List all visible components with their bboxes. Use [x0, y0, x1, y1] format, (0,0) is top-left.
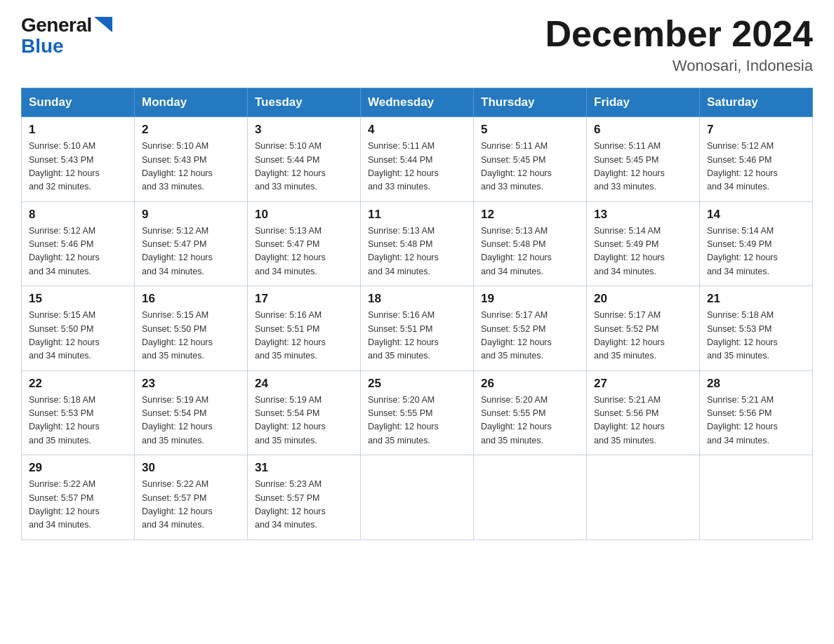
- daylight-minutes: and 34 minutes.: [707, 267, 769, 276]
- daylight-minutes: and 33 minutes.: [142, 182, 204, 192]
- day-info: Sunrise: 5:17 AM Sunset: 5:52 PM Dayligh…: [594, 309, 692, 363]
- calendar-cell: [474, 455, 587, 540]
- sunset-label: Sunset: 5:52 PM: [594, 324, 658, 334]
- sunrise-label: Sunrise: 5:20 AM: [368, 395, 435, 405]
- sunset-label: Sunset: 5:57 PM: [29, 493, 93, 503]
- day-number: 24: [255, 377, 353, 391]
- daylight-label: Daylight: 12 hours: [707, 337, 778, 347]
- day-number: 27: [594, 377, 692, 391]
- day-info: Sunrise: 5:19 AM Sunset: 5:54 PM Dayligh…: [255, 394, 353, 448]
- day-info: Sunrise: 5:12 AM Sunset: 5:47 PM Dayligh…: [142, 224, 240, 279]
- calendar-cell: 10 Sunrise: 5:13 AM Sunset: 5:47 PM Dayl…: [248, 201, 361, 286]
- sunrise-label: Sunrise: 5:22 AM: [142, 479, 208, 489]
- sunrise-label: Sunrise: 5:18 AM: [29, 395, 95, 405]
- calendar-cell: 25 Sunrise: 5:20 AM Sunset: 5:55 PM Dayl…: [361, 370, 474, 455]
- calendar-title: December 2024: [545, 14, 813, 54]
- sunrise-label: Sunrise: 5:19 AM: [142, 395, 208, 405]
- column-header-monday: Monday: [135, 88, 248, 117]
- calendar-week-row: 8 Sunrise: 5:12 AM Sunset: 5:46 PM Dayli…: [22, 201, 813, 286]
- calendar-week-row: 15 Sunrise: 5:15 AM Sunset: 5:50 PM Dayl…: [22, 286, 813, 371]
- day-number: 20: [594, 292, 692, 306]
- daylight-label: Daylight: 12 hours: [707, 422, 778, 431]
- daylight-minutes: and 33 minutes.: [481, 182, 543, 192]
- daylight-label: Daylight: 12 hours: [481, 337, 552, 347]
- day-number: 25: [368, 377, 466, 391]
- sunset-label: Sunset: 5:49 PM: [707, 239, 772, 249]
- calendar-cell: 4 Sunrise: 5:11 AM Sunset: 5:44 PM Dayli…: [361, 117, 474, 202]
- sunset-label: Sunset: 5:46 PM: [707, 155, 772, 165]
- day-info: Sunrise: 5:15 AM Sunset: 5:50 PM Dayligh…: [29, 309, 127, 363]
- day-number: 4: [368, 123, 466, 137]
- daylight-minutes: and 35 minutes.: [29, 436, 91, 445]
- calendar-header-row: SundayMondayTuesdayWednesdayThursdayFrid…: [22, 88, 813, 117]
- sunrise-label: Sunrise: 5:21 AM: [707, 395, 774, 405]
- sunrise-label: Sunrise: 5:19 AM: [255, 395, 322, 405]
- column-header-wednesday: Wednesday: [361, 88, 474, 117]
- daylight-minutes: and 35 minutes.: [707, 351, 769, 361]
- day-info: Sunrise: 5:13 AM Sunset: 5:48 PM Dayligh…: [368, 224, 466, 279]
- daylight-label: Daylight: 12 hours: [368, 168, 439, 178]
- daylight-label: Daylight: 12 hours: [142, 337, 213, 347]
- day-number: 6: [594, 123, 692, 137]
- calendar-cell: 3 Sunrise: 5:10 AM Sunset: 5:44 PM Dayli…: [248, 117, 361, 202]
- sunrise-label: Sunrise: 5:12 AM: [142, 226, 208, 236]
- sunset-label: Sunset: 5:48 PM: [481, 239, 545, 249]
- calendar-cell: 8 Sunrise: 5:12 AM Sunset: 5:46 PM Dayli…: [22, 201, 135, 286]
- daylight-minutes: and 34 minutes.: [594, 267, 656, 276]
- daylight-minutes: and 32 minutes.: [29, 182, 91, 192]
- day-info: Sunrise: 5:19 AM Sunset: 5:54 PM Dayligh…: [142, 394, 240, 448]
- sunset-label: Sunset: 5:43 PM: [142, 155, 206, 165]
- calendar-cell: 24 Sunrise: 5:19 AM Sunset: 5:54 PM Dayl…: [248, 370, 361, 455]
- sunset-label: Sunset: 5:45 PM: [594, 155, 658, 165]
- column-header-tuesday: Tuesday: [248, 88, 361, 117]
- calendar-cell: 6 Sunrise: 5:11 AM Sunset: 5:45 PM Dayli…: [587, 117, 700, 202]
- svg-marker-0: [94, 17, 112, 32]
- daylight-minutes: and 35 minutes.: [594, 436, 656, 445]
- daylight-label: Daylight: 12 hours: [594, 253, 665, 262]
- daylight-label: Daylight: 12 hours: [481, 422, 552, 431]
- day-info: Sunrise: 5:17 AM Sunset: 5:52 PM Dayligh…: [481, 309, 579, 363]
- day-number: 22: [29, 377, 127, 391]
- daylight-label: Daylight: 12 hours: [594, 422, 665, 431]
- sunset-label: Sunset: 5:48 PM: [368, 239, 432, 249]
- day-info: Sunrise: 5:12 AM Sunset: 5:46 PM Dayligh…: [707, 140, 805, 194]
- daylight-label: Daylight: 12 hours: [255, 507, 326, 516]
- day-number: 3: [255, 123, 353, 137]
- column-header-sunday: Sunday: [22, 88, 135, 117]
- day-info: Sunrise: 5:10 AM Sunset: 5:43 PM Dayligh…: [142, 140, 240, 194]
- daylight-label: Daylight: 12 hours: [594, 337, 665, 347]
- sunrise-label: Sunrise: 5:21 AM: [594, 395, 661, 405]
- sunset-label: Sunset: 5:51 PM: [368, 324, 432, 334]
- calendar-cell: 5 Sunrise: 5:11 AM Sunset: 5:45 PM Dayli…: [474, 117, 587, 202]
- sunrise-label: Sunrise: 5:18 AM: [707, 310, 774, 320]
- calendar-cell: 11 Sunrise: 5:13 AM Sunset: 5:48 PM Dayl…: [361, 201, 474, 286]
- calendar-cell: 18 Sunrise: 5:16 AM Sunset: 5:51 PM Dayl…: [361, 286, 474, 371]
- daylight-label: Daylight: 12 hours: [255, 337, 326, 347]
- calendar-cell: 31 Sunrise: 5:23 AM Sunset: 5:57 PM Dayl…: [248, 455, 361, 540]
- sunrise-label: Sunrise: 5:13 AM: [368, 226, 435, 236]
- logo-general-label: General: [21, 14, 92, 36]
- day-info: Sunrise: 5:10 AM Sunset: 5:43 PM Dayligh…: [29, 140, 127, 194]
- daylight-label: Daylight: 12 hours: [255, 422, 326, 431]
- calendar-week-row: 22 Sunrise: 5:18 AM Sunset: 5:53 PM Dayl…: [22, 370, 813, 455]
- calendar-cell: 14 Sunrise: 5:14 AM Sunset: 5:49 PM Dayl…: [700, 201, 813, 286]
- day-info: Sunrise: 5:15 AM Sunset: 5:50 PM Dayligh…: [142, 309, 240, 363]
- daylight-label: Daylight: 12 hours: [142, 422, 213, 431]
- daylight-minutes: and 35 minutes.: [368, 351, 430, 361]
- sunset-label: Sunset: 5:57 PM: [142, 493, 206, 503]
- day-number: 28: [707, 377, 805, 391]
- sunset-label: Sunset: 5:47 PM: [142, 239, 206, 249]
- day-number: 1: [29, 123, 127, 137]
- day-info: Sunrise: 5:20 AM Sunset: 5:55 PM Dayligh…: [368, 394, 466, 448]
- sunset-label: Sunset: 5:56 PM: [594, 408, 658, 418]
- daylight-label: Daylight: 12 hours: [255, 253, 326, 262]
- calendar-cell: 28 Sunrise: 5:21 AM Sunset: 5:56 PM Dayl…: [700, 370, 813, 455]
- day-number: 30: [142, 461, 240, 475]
- day-info: Sunrise: 5:20 AM Sunset: 5:55 PM Dayligh…: [481, 394, 579, 448]
- sunrise-label: Sunrise: 5:10 AM: [142, 141, 208, 151]
- daylight-label: Daylight: 12 hours: [707, 253, 778, 262]
- daylight-minutes: and 34 minutes.: [707, 436, 769, 445]
- sunset-label: Sunset: 5:50 PM: [29, 324, 93, 334]
- sunrise-label: Sunrise: 5:13 AM: [255, 226, 322, 236]
- day-info: Sunrise: 5:18 AM Sunset: 5:53 PM Dayligh…: [707, 309, 805, 363]
